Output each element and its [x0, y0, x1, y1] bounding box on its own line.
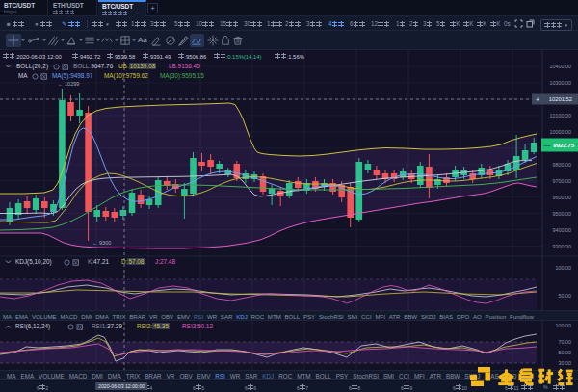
svg-text:9700.00: 9700.00: [553, 178, 572, 184]
svg-text:9400.00: 9400.00: [553, 227, 572, 233]
svg-text:9600.00: 9600.00: [553, 195, 572, 200]
svg-text:10000.00: 10000.00: [550, 129, 571, 135]
svg-text:50.00: 50.00: [559, 350, 572, 355]
svg-text:10300.00: 10300.00: [550, 80, 571, 86]
svg-text:← 10299: ← 10299: [58, 81, 79, 87]
svg-text:9500.00: 9500.00: [553, 211, 572, 217]
svg-text:10201.52: 10201.52: [549, 96, 572, 102]
svg-text:← 9300: ← 9300: [92, 240, 111, 246]
svg-text:+: +: [536, 96, 539, 103]
svg-text:100.00: 100.00: [556, 323, 572, 328]
svg-text:10100.00: 10100.00: [550, 113, 571, 118]
svg-text:10400.00: 10400.00: [550, 64, 571, 69]
svg-text:9300.00: 9300.00: [553, 244, 572, 249]
svg-text:100.00: 100.00: [556, 265, 572, 271]
svg-text:70.00: 70.00: [559, 339, 572, 345]
svg-text:9800.00: 9800.00: [553, 162, 572, 168]
svg-text:9922.75: 9922.75: [553, 143, 574, 148]
svg-text:50.00: 50.00: [559, 293, 572, 299]
svg-text:—: —: [544, 142, 551, 148]
